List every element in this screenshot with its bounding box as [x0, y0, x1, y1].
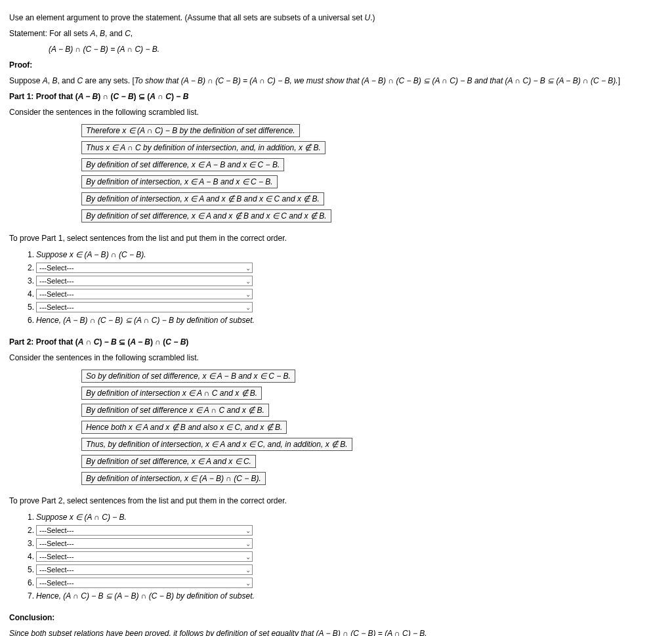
text: ) − [171, 92, 183, 101]
chevron-down-icon: ⌄ [245, 303, 251, 312]
step-num: 1. [28, 248, 36, 261]
scrambled-sentence: By definition of set difference, x ∈ A −… [81, 158, 284, 171]
part2-prove-instruction: To prove Part 2, select sentences from t… [9, 495, 663, 507]
scrambled-sentence: Thus, by definition of intersection, x ∈… [81, 438, 352, 451]
select-value: ---Select--- [39, 525, 74, 536]
step5-select[interactable]: ---Select---⌄ [36, 302, 253, 312]
step-row: 2. ---Select---⌄ [28, 524, 257, 537]
text: ] [618, 76, 620, 85]
step-row: 7. Hence, (A ∩ C) − B ⊆ (A − B) ∩ (C − B… [28, 589, 257, 603]
text: .) [370, 13, 375, 22]
chevron-down-icon: ⌄ [245, 565, 251, 575]
text: ∩ [83, 337, 93, 347]
scrambled-sentence: Therefore x ∈ (A ∩ C) − B by the definit… [81, 124, 300, 137]
chevron-down-icon: ⌄ [245, 578, 251, 588]
step-text: Hence, (A ∩ C) − B ⊆ (A − B) ∩ (C − B) b… [36, 589, 257, 603]
select-value: ---Select--- [39, 538, 74, 549]
chevron-down-icon: ⌄ [245, 539, 251, 549]
part1-prove-instruction: To prove Part 1, select sentences from t… [9, 232, 663, 244]
text: : [31, 337, 35, 347]
conclusion-label: Conclusion: [9, 612, 663, 624]
text: Suppose [9, 76, 43, 85]
step-row: 3. ---Select---⌄ [28, 274, 257, 287]
chevron-down-icon: ⌄ [245, 263, 251, 273]
step5-select[interactable]: ---Select---⌄ [36, 564, 253, 575]
step-num: 7. [28, 589, 36, 603]
part2-scrambled-list: So by definition of set difference, x ∈ … [81, 368, 663, 487]
text: B [183, 92, 189, 101]
equation: (A − B) ∩ (C − B) = (A ∩ C) − B. [49, 43, 663, 55]
conclusion-text: Since both subset relations have been pr… [9, 627, 663, 636]
text: Part 2 [9, 337, 31, 347]
step-num: 3. [28, 537, 36, 550]
step6-select[interactable]: ---Select---⌄ [36, 578, 253, 588]
step-row: 4. ---Select---⌄ [28, 550, 257, 563]
step-num: 6. [28, 314, 36, 327]
scrambled-sentence: By definition of set difference x ∈ A ∩ … [81, 404, 269, 417]
text: C − B [114, 92, 134, 101]
chevron-down-icon: ⌄ [245, 289, 251, 299]
text: Part 1 [9, 92, 31, 101]
step-num: 1. [28, 511, 36, 524]
step-row: 4. ---Select---⌄ [28, 287, 257, 301]
scrambled-sentence: Thus x ∈ A ∩ C by definition of intersec… [81, 141, 326, 154]
select-value: ---Select--- [39, 564, 74, 576]
text: Proof that ( [36, 337, 78, 347]
select-value: ---Select--- [39, 289, 74, 300]
chevron-down-icon: ⌄ [245, 526, 251, 536]
step-text: Hence, (A − B) ∩ (C − B) ⊆ (A ∩ C) − B b… [36, 314, 257, 327]
step3-select[interactable]: ---Select---⌄ [36, 276, 253, 286]
text: ) [186, 337, 188, 347]
step-num: 2. [28, 261, 36, 274]
step-row: 6. Hence, (A − B) ∩ (C − B) ⊆ (A ∩ C) − … [28, 314, 257, 327]
var-C: C [125, 29, 131, 38]
step2-select[interactable]: ---Select---⌄ [36, 525, 253, 536]
step-num: 3. [28, 274, 36, 287]
text: ) ∩ ( [98, 92, 113, 101]
select-value: ---Select--- [39, 302, 74, 313]
scrambled-sentence: By definition of intersection x ∈ A ∩ C … [81, 387, 262, 400]
part1-order-list: 1. Suppose x ∈ (A − B) ∩ (C − B). 2. ---… [28, 248, 257, 327]
select-value: ---Select--- [39, 263, 74, 274]
scrambled-sentence: So by definition of set difference, x ∈ … [81, 370, 295, 383]
text: Use an element argument to prove the sta… [9, 13, 365, 22]
suppose-line: Suppose A, B, and C are any sets. [To sh… [9, 75, 663, 87]
step-row: 6. ---Select---⌄ [28, 576, 257, 589]
chevron-down-icon: ⌄ [245, 276, 251, 286]
statement-line: Statement: For all sets A, B, and C, [9, 28, 663, 39]
step-num: 4. [28, 550, 36, 563]
text: A [150, 92, 156, 101]
var-C: C [77, 76, 83, 85]
scrambled-sentence: By definition of intersection, x ∈ A − B… [81, 175, 278, 188]
text: C − B [165, 337, 186, 347]
step4-select[interactable]: ---Select---⌄ [36, 551, 253, 562]
part2-order-list: 1. Suppose x ∈ (A ∩ C) − B. 2. ---Select… [28, 511, 257, 603]
text: ) ⊆ ( [134, 92, 150, 101]
scrambled-sentence: By definition of set difference, x ∈ A a… [81, 209, 331, 223]
proof-label: Proof: [9, 59, 663, 71]
step-num: 2. [28, 524, 36, 537]
instruction-line: Use an element argument to prove the sta… [9, 12, 663, 24]
step-num: 5. [28, 301, 36, 314]
step-row: 2. ---Select---⌄ [28, 261, 257, 274]
text: Proof that ( [36, 92, 78, 101]
step3-select[interactable]: ---Select---⌄ [36, 538, 253, 549]
part2-consider: Consider the sentences in the following … [9, 352, 663, 364]
step4-select[interactable]: ---Select---⌄ [36, 289, 253, 299]
text: Statement: For all sets [9, 29, 90, 38]
text: ∩ [156, 92, 165, 101]
text: are any sets. [ [83, 76, 135, 85]
part1-scrambled-list: Therefore x ∈ (A ∩ C) − B by the definit… [81, 122, 663, 224]
part2-title: Part 2: Proof that (A ∩ C) − B ⊆ (A − B)… [9, 336, 663, 348]
select-value: ---Select--- [39, 276, 74, 287]
text: A − B [130, 337, 150, 347]
text: , and [57, 76, 77, 85]
text: C [165, 92, 171, 101]
step-num: 5. [28, 563, 36, 576]
select-value: ---Select--- [39, 578, 74, 589]
scrambled-sentence: Hence both x ∈ A and x ∉ B and also x ∈ … [81, 421, 287, 434]
step-row: 1. Suppose x ∈ (A ∩ C) − B. [28, 511, 257, 524]
text: , and [105, 29, 125, 38]
step2-select[interactable]: ---Select---⌄ [36, 263, 253, 273]
chevron-down-icon: ⌄ [245, 552, 251, 562]
